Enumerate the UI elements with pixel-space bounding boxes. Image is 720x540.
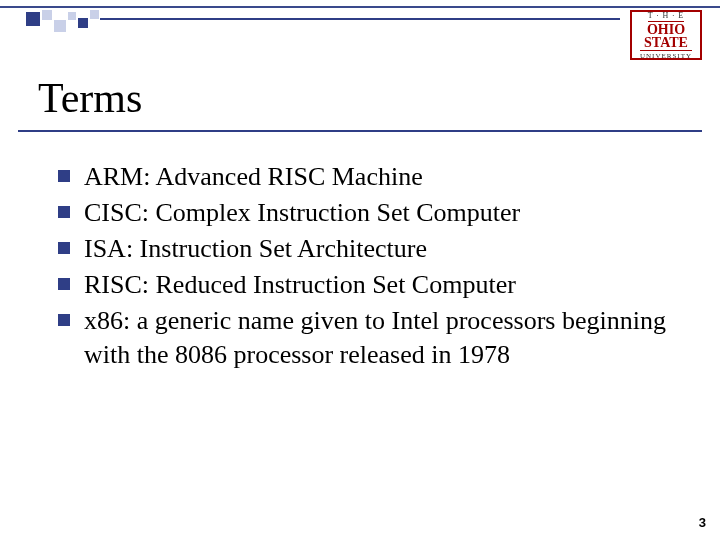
logo-top-text: T · H · E [648, 11, 684, 22]
bullet-square-icon [58, 206, 70, 218]
logo-main-line2: STATE [644, 35, 688, 50]
bullet-text: RISC: Reduced Instruction Set Computer [84, 268, 516, 302]
slide: T · H · E OHIO STATE UNIVERSITY Terms AR… [0, 0, 720, 540]
slide-title: Terms [38, 74, 142, 122]
bullet-text: ARM: Advanced RISC Machine [84, 160, 423, 194]
bullet-square-icon [58, 314, 70, 326]
bullet-square-icon [58, 278, 70, 290]
bullet-list: ARM: Advanced RISC Machine CISC: Complex… [58, 160, 680, 374]
deco-square [26, 12, 40, 26]
deco-square [54, 20, 66, 32]
bullet-square-icon [58, 242, 70, 254]
list-item: RISC: Reduced Instruction Set Computer [58, 268, 680, 302]
header-top-line [0, 6, 720, 8]
list-item: ISA: Instruction Set Architecture [58, 232, 680, 266]
list-item: ARM: Advanced RISC Machine [58, 160, 680, 194]
logo-bottom-text: UNIVERSITY [640, 50, 692, 60]
page-number: 3 [699, 515, 706, 530]
deco-square [42, 10, 52, 20]
list-item: CISC: Complex Instruction Set Computer [58, 196, 680, 230]
bullet-square-icon [58, 170, 70, 182]
title-underline [18, 130, 702, 132]
deco-square [90, 10, 99, 19]
header-mid-line [100, 18, 620, 20]
bullet-text: CISC: Complex Instruction Set Computer [84, 196, 520, 230]
logo-main-text: OHIO STATE [644, 23, 688, 49]
deco-square [68, 12, 76, 20]
header-decoration [0, 6, 720, 40]
bullet-text: ISA: Instruction Set Architecture [84, 232, 427, 266]
list-item: x86: a generic name given to Intel proce… [58, 304, 680, 372]
bullet-text: x86: a generic name given to Intel proce… [84, 304, 680, 372]
ohio-state-logo: T · H · E OHIO STATE UNIVERSITY [630, 10, 702, 60]
deco-square [78, 18, 88, 28]
